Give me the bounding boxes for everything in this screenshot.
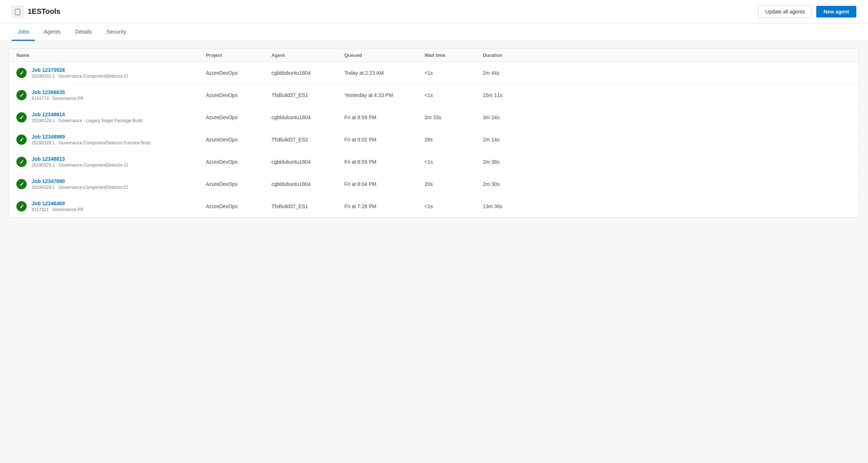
job-duration: 3m 24s	[483, 114, 541, 120]
job-agent[interactable]: cgbldubuntu1804	[271, 114, 344, 120]
job-definition: Governance.ComponentDetector.CI	[58, 185, 128, 190]
header-actions: Update all agents New agent	[758, 5, 856, 18]
job-subtitle: 9143773 Governance.PR	[32, 96, 83, 101]
job-duration: 2m 14s	[483, 137, 541, 143]
job-id: 20190329.1	[32, 118, 55, 123]
job-agent[interactable]: cgbldubuntu1804	[271, 181, 344, 187]
status-success-icon: ✓	[16, 90, 27, 100]
status-success-icon: ✓	[16, 201, 27, 211]
job-id: 20190329.1	[32, 163, 55, 168]
table-row[interactable]: ✓ Job 12348989 20190329.1 Governance.Com…	[9, 129, 859, 151]
job-id: 20190331.1	[32, 74, 55, 79]
job-name-cell: ✓ Job 12347690 20190329.1 Governance.Com…	[16, 178, 206, 190]
job-wait-time: <1s	[425, 70, 483, 76]
job-duration: 2m 44s	[483, 70, 541, 76]
job-queued: Today at 2:23 AM	[344, 70, 425, 76]
job-queued: Fri at 7:26 PM	[344, 203, 425, 209]
job-title[interactable]: Job 12348813	[32, 156, 128, 162]
job-subtitle: 20190329.1 Governance - Legacy Nuget Pac…	[32, 118, 142, 123]
job-title[interactable]: Job 12366635	[32, 89, 83, 95]
app-title: 1ESTools	[28, 7, 60, 16]
job-name-cell: ✓ Job 12348814 20190329.1 Governance - L…	[16, 112, 206, 123]
job-title[interactable]: Job 12346469	[32, 201, 83, 206]
table-row[interactable]: ✓ Job 12348814 20190329.1 Governance - L…	[9, 106, 859, 129]
job-title[interactable]: Job 12370528	[32, 67, 128, 73]
job-name-cell: ✓ Job 12346469 9117821 Governance.PR	[16, 201, 206, 212]
job-project: AzureDevOps	[206, 114, 271, 120]
job-definition: Governance.PR	[52, 96, 83, 101]
new-agent-button[interactable]: New agent	[816, 6, 856, 17]
app-icon: 📋	[12, 6, 23, 17]
tab-jobs[interactable]: Jobs	[12, 23, 35, 41]
status-success-icon: ✓	[16, 179, 27, 189]
job-info: Job 12370528 20190331.1 Governance.Compo…	[32, 67, 128, 79]
job-project: AzureDevOps	[206, 92, 271, 98]
job-name-cell: ✓ Job 12370528 20190331.1 Governance.Com…	[16, 67, 206, 79]
job-queued: Fri at 8:59 PM	[344, 159, 425, 165]
job-duration: 15m 11s	[483, 92, 541, 98]
job-wait-time: <1s	[425, 203, 483, 209]
table-row[interactable]: ✓ Job 12370528 20190331.1 Governance.Com…	[9, 62, 859, 84]
job-wait-time: <1s	[425, 159, 483, 165]
job-duration: 2m 30s	[483, 181, 541, 187]
job-name-cell: ✓ Job 12348813 20190329.1 Governance.Com…	[16, 156, 206, 168]
job-subtitle: 9117821 Governance.PR	[32, 207, 83, 212]
job-project: AzureDevOps	[206, 181, 271, 187]
job-agent[interactable]: cgbldubuntu1804	[271, 70, 344, 76]
table-header: Name Project Agent Queued Wait time Dura…	[9, 49, 859, 62]
job-wait-time: 2m 33s	[425, 114, 483, 120]
job-project: AzureDevOps	[206, 137, 271, 143]
job-id: 9143773	[32, 96, 49, 101]
job-project: AzureDevOps	[206, 70, 271, 76]
status-success-icon: ✓	[16, 135, 27, 145]
header: 📋 1ESTools Update all agents New agent	[0, 0, 868, 23]
update-all-agents-button[interactable]: Update all agents	[758, 5, 812, 18]
job-queued: Fri at 9:02 PM	[344, 137, 425, 143]
job-name-cell: ✓ Job 12348989 20190329.1 Governance.Com…	[16, 134, 206, 145]
job-info: Job 12347690 20190329.1 Governance.Compo…	[32, 178, 128, 190]
job-info: Job 12348813 20190329.1 Governance.Compo…	[32, 156, 128, 168]
tab-agents[interactable]: Agents	[38, 23, 67, 41]
jobs-table-container: Name Project Agent Queued Wait time Dura…	[9, 48, 859, 218]
job-subtitle: 20190329.1 Governance.ComponentDetector.…	[32, 140, 150, 145]
job-duration: 13m 36s	[483, 203, 541, 209]
table-body: ✓ Job 12370528 20190331.1 Governance.Com…	[9, 62, 859, 217]
table-row[interactable]: ✓ Job 12347690 20190329.1 Governance.Com…	[9, 173, 859, 195]
job-agent[interactable]: TfsBuild37_ES1	[271, 92, 344, 98]
status-success-icon: ✓	[16, 112, 27, 122]
col-queued: Queued	[344, 52, 425, 58]
tab-details[interactable]: Details	[69, 23, 98, 41]
job-queued: Fri at 8:59 PM	[344, 114, 425, 120]
job-agent[interactable]: TfsBuild37_ES2	[271, 137, 344, 143]
col-wait-time: Wait time	[425, 52, 483, 58]
status-success-icon: ✓	[16, 157, 27, 167]
job-id: 20190329.1	[32, 140, 55, 145]
job-definition: Governance - Legacy Nuget Package Build	[58, 118, 142, 123]
table-row[interactable]: ✓ Job 12346469 9117821 Governance.PR Azu…	[9, 195, 859, 217]
job-definition: Governance.ComponentDetector.FunctionTes…	[58, 140, 150, 145]
table-row[interactable]: ✓ Job 12366635 9143773 Governance.PR Azu…	[9, 84, 859, 106]
job-queued: Fri at 8:04 PM	[344, 181, 425, 187]
job-info: Job 12366635 9143773 Governance.PR	[32, 89, 83, 101]
job-title[interactable]: Job 12348989	[32, 134, 150, 140]
job-title[interactable]: Job 12348814	[32, 112, 142, 117]
job-name-cell: ✓ Job 12366635 9143773 Governance.PR	[16, 89, 206, 101]
header-left: 📋 1ESTools	[12, 6, 60, 17]
col-agent: Agent	[271, 52, 344, 58]
status-success-icon: ✓	[16, 68, 27, 78]
job-subtitle: 20190331.1 Governance.ComponentDetector.…	[32, 74, 128, 79]
job-id: 9117821	[32, 207, 49, 212]
job-subtitle: 20190329.1 Governance.ComponentDetector.…	[32, 163, 128, 168]
job-title[interactable]: Job 12347690	[32, 178, 128, 184]
col-duration: Duration	[483, 52, 541, 58]
job-agent[interactable]: cgbldubuntu1804	[271, 159, 344, 165]
job-duration: 2m 38s	[483, 159, 541, 165]
job-info: Job 12346469 9117821 Governance.PR	[32, 201, 83, 212]
job-project: AzureDevOps	[206, 159, 271, 165]
tab-security[interactable]: Security	[101, 23, 132, 41]
job-info: Job 12348814 20190329.1 Governance - Leg…	[32, 112, 142, 123]
table-row[interactable]: ✓ Job 12348813 20190329.1 Governance.Com…	[9, 151, 859, 173]
job-wait-time: <1s	[425, 92, 483, 98]
job-id: 20190329.1	[32, 185, 55, 190]
job-agent[interactable]: TfsBuild37_ES1	[271, 203, 344, 209]
